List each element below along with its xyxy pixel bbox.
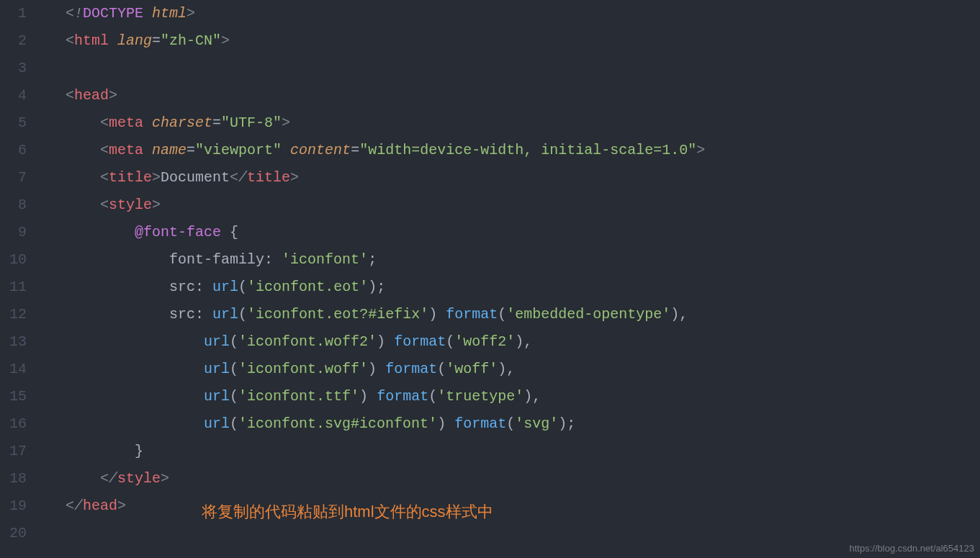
line-number: 8	[0, 192, 27, 219]
code-line[interactable]: url('iconfont.ttf') format('truetype'),	[40, 383, 980, 410]
code-line[interactable]: <style>	[40, 192, 980, 219]
code-line[interactable]: <!DOCTYPE html>	[40, 0, 980, 27]
line-number: 15	[0, 383, 27, 410]
code-line[interactable]: url('iconfont.woff') format('woff'),	[40, 356, 980, 383]
line-number: 4	[0, 82, 27, 109]
code-line[interactable]: url('iconfont.svg#iconfont') format('svg…	[40, 410, 980, 438]
line-number: 19	[0, 492, 27, 520]
line-number-gutter: 1 2 3 4 5 6 7 8 9 10 11 12 13 14 15 16 1…	[0, 0, 40, 558]
code-line[interactable]: src: url('iconfont.eot');	[40, 274, 980, 301]
code-line[interactable]	[40, 55, 980, 82]
code-line[interactable]: <html lang="zh-CN">	[40, 27, 980, 55]
code-line[interactable]: src: url('iconfont.eot?#iefix') format('…	[40, 301, 980, 328]
line-number: 1	[0, 0, 27, 27]
line-number: 10	[0, 246, 27, 274]
line-number: 16	[0, 410, 27, 438]
code-line[interactable]: }	[40, 438, 980, 465]
line-number: 5	[0, 109, 27, 137]
code-content[interactable]: <!DOCTYPE html> <html lang="zh-CN"> <hea…	[40, 0, 980, 558]
code-line[interactable]	[40, 520, 980, 547]
line-number: 9	[0, 219, 27, 246]
line-number: 17	[0, 438, 27, 465]
line-number: 13	[0, 328, 27, 356]
code-line[interactable]: <title>Document</title>	[40, 164, 980, 192]
line-number: 6	[0, 137, 27, 164]
code-line[interactable]: <meta charset="UTF-8">	[40, 109, 980, 137]
watermark-text: https://blog.csdn.net/al654123	[850, 543, 974, 554]
code-editor[interactable]: 1 2 3 4 5 6 7 8 9 10 11 12 13 14 15 16 1…	[0, 0, 980, 558]
line-number: 18	[0, 465, 27, 492]
code-line[interactable]: <head>	[40, 82, 980, 109]
line-number: 14	[0, 356, 27, 383]
annotation-text: 将复制的代码粘贴到html文件的css样式中	[202, 498, 493, 526]
line-number: 3	[0, 55, 27, 82]
line-number: 2	[0, 27, 27, 55]
line-number: 12	[0, 301, 27, 328]
line-number: 7	[0, 164, 27, 192]
code-line[interactable]: </head>	[40, 492, 980, 520]
code-line[interactable]: url('iconfont.woff2') format('woff2'),	[40, 328, 980, 356]
code-line[interactable]: @font-face {	[40, 219, 980, 246]
line-number: 20	[0, 520, 27, 547]
code-line[interactable]: <meta name="viewport" content="width=dev…	[40, 137, 980, 164]
code-line[interactable]: font-family: 'iconfont';	[40, 246, 980, 274]
line-number: 11	[0, 274, 27, 301]
code-line[interactable]: </style>	[40, 465, 980, 492]
